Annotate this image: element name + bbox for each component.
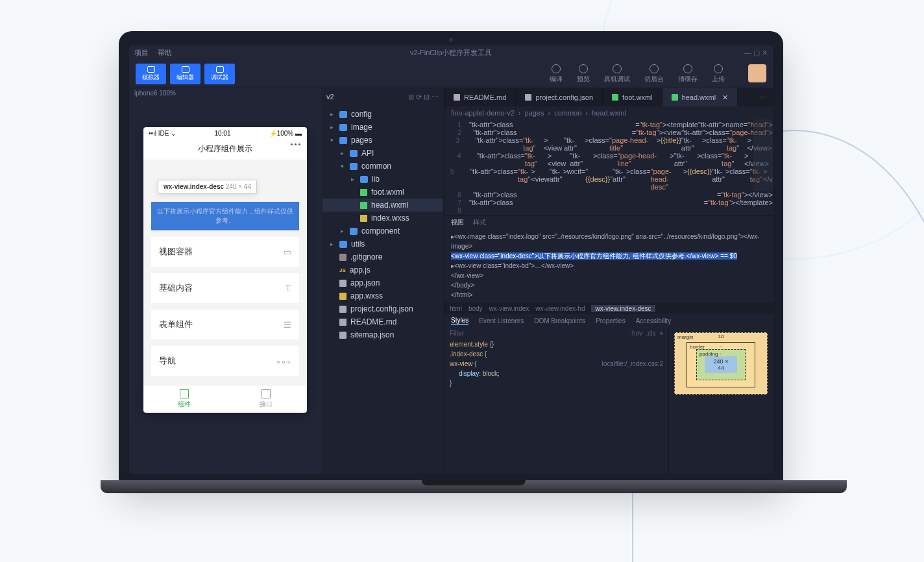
simulator-panel: iphone6 100% ••ıl IDE ⌄ 10:01 ⚡100% ▬ 小程… <box>129 88 321 474</box>
mode-simulator[interactable]: 模拟器 <box>136 64 166 84</box>
list-item[interactable]: 视图容器▭ <box>151 237 299 267</box>
subtab[interactable]: Event Listeners <box>479 317 524 324</box>
action-upload[interactable]: 上传 <box>712 64 725 84</box>
close-icon: ✕ <box>722 93 728 102</box>
file-item[interactable]: JSapp.js <box>322 263 443 276</box>
folder-item[interactable]: ▾pages <box>322 134 443 147</box>
menu-help[interactable]: 帮助 <box>158 48 172 58</box>
file-item[interactable]: app.json <box>322 276 443 289</box>
folder-item[interactable]: ▸API <box>322 147 443 160</box>
mode-editor[interactable]: 编辑器 <box>170 64 201 84</box>
laptop-base <box>101 480 847 493</box>
file-item[interactable]: README.md <box>322 315 443 328</box>
toolbar: 模拟器 编辑器 调试器 编译 预览 真机调试 切后台 清缓存 上传 <box>129 60 773 88</box>
styles-panel[interactable]: Filter :hov .cls + element.style {}.inde… <box>444 327 669 474</box>
dom-tree[interactable]: ▸<wx-image class="index-logo" src="../re… <box>444 229 773 302</box>
editor-area: README.mdproject.config.jsonfoot.wxmlhea… <box>444 88 773 474</box>
phone-preview: ••ıl IDE ⌄ 10:01 ⚡100% ▬ 小程序组件展示 wx-view… <box>143 127 307 413</box>
action-clear-cache[interactable]: 清缓存 <box>678 64 698 84</box>
dom-crumb[interactable]: wx-view.index-hd <box>535 305 585 312</box>
file-tree: ▸config▸image▾pages▸API▾common▸libfoot.w… <box>321 105 444 344</box>
subtab[interactable]: DOM Breakpoints <box>534 317 585 324</box>
dom-crumb[interactable]: html <box>450 305 462 312</box>
subtab[interactable]: Accessibility <box>636 317 671 324</box>
subtab[interactable]: Properties <box>596 317 626 324</box>
folder-item[interactable]: ▸lib <box>322 173 443 186</box>
phone-status-bar: ••ıl IDE ⌄ 10:01 ⚡100% ▬ <box>143 127 307 140</box>
style-panel-tabs: StylesEvent ListenersDOM BreakpointsProp… <box>444 314 773 327</box>
folder-item[interactable]: ▸image <box>322 121 443 134</box>
editor-tab[interactable]: head.wxml✕ <box>663 88 738 106</box>
file-item[interactable]: sitemap.json <box>322 328 443 341</box>
folder-item[interactable]: ▸component <box>322 225 443 238</box>
camera <box>449 38 453 42</box>
toolbar-actions: 编译 预览 真机调试 切后台 清缓存 上传 <box>550 64 766 84</box>
editor-tab[interactable]: foot.wxml <box>603 88 662 106</box>
action-remote-debug[interactable]: 真机调试 <box>604 64 630 84</box>
avatar[interactable] <box>748 64 766 82</box>
editor-tab[interactable]: project.config.json <box>516 88 603 106</box>
filter-input[interactable]: Filter <box>450 330 464 337</box>
phone-body: wx-view.index-desc 240 × 44 以下将展示小程序官方组件… <box>143 160 307 385</box>
folder-item[interactable]: ▾common <box>322 160 443 173</box>
phone-tabbar: 组件 接口 <box>143 385 307 413</box>
menubar: 项目 帮助 v2-FinClip小程序开发工具 — ▢ ✕ <box>129 45 773 60</box>
breadcrumb-item[interactable]: common <box>554 109 581 117</box>
box-model: margin10 border- padding- 240 × 44 <box>669 327 773 474</box>
breadcrumbs: fino-applet-demo-v2 pages common head.wx… <box>444 106 773 119</box>
file-item[interactable]: .gitignore <box>322 250 443 263</box>
tab-api[interactable]: 接口 <box>225 385 307 413</box>
code-editor[interactable]: 1"tk-attr">class="tk-tag"><template "tk-… <box>444 119 773 215</box>
editor-tabbar: README.mdproject.config.jsonfoot.wxmlhea… <box>444 88 773 106</box>
action-compile[interactable]: 编译 <box>550 64 563 84</box>
list-item[interactable]: 导航∘∘∘ <box>151 346 299 376</box>
menu-project[interactable]: 项目 <box>134 48 149 58</box>
list-item[interactable]: 基础内容𝕋 <box>151 273 299 303</box>
dom-crumb[interactable]: wx-view.index-desc <box>591 305 655 312</box>
inspected-element[interactable]: 以下将展示小程序官方组件能力，组件样式仅供参考。 <box>151 202 299 230</box>
dom-breadcrumbs: htmlbodywx-view.indexwx-view.index-hdwx-… <box>444 302 773 314</box>
file-item[interactable]: app.wxss <box>322 289 443 302</box>
file-item[interactable]: head.wxml <box>322 199 443 212</box>
breadcrumb-item[interactable]: fino-applet-demo-v2 <box>451 109 515 117</box>
file-explorer: v2 ⊞ ⟳ ⊟ ⋯ ▸config▸image▾pages▸API▾commo… <box>321 88 444 474</box>
editor-tab[interactable]: README.md <box>444 88 516 106</box>
folder-item[interactable]: ▸utils <box>322 238 443 250</box>
app-title: 小程序组件展示 <box>198 144 252 153</box>
list-item[interactable]: 表单组件☰ <box>151 310 299 339</box>
window-title: v2-FinClip小程序开发工具 <box>410 48 492 58</box>
explorer-actions[interactable]: ⊞ ⟳ ⊟ ⋯ <box>408 93 439 101</box>
folder-item[interactable]: ▸config <box>322 108 443 121</box>
phone-titlebar: 小程序组件展示 <box>143 140 307 160</box>
subtab[interactable]: Styles <box>451 317 468 325</box>
breadcrumb-item[interactable]: head.wxml <box>592 109 626 117</box>
dom-crumb[interactable]: wx-view.index <box>489 305 529 312</box>
window-controls[interactable]: — ▢ ✕ <box>744 49 768 57</box>
mode-debugger[interactable]: 调试器 <box>204 64 235 84</box>
tab-elements[interactable]: 视图 <box>451 218 464 227</box>
file-item[interactable]: foot.wxml <box>322 186 443 199</box>
sim-device-status: iphone6 100% <box>129 88 321 101</box>
file-item[interactable]: index.wxss <box>322 212 443 225</box>
breadcrumb-item[interactable]: pages <box>525 109 544 117</box>
app-window: 项目 帮助 v2-FinClip小程序开发工具 — ▢ ✕ 模拟器 编辑器 调试… <box>129 45 773 474</box>
devtools: 视图 样式 ▸<wx-image class="index-logo" src=… <box>444 215 773 474</box>
project-root[interactable]: v2 <box>326 93 334 101</box>
file-item[interactable]: project.config.json <box>322 302 443 315</box>
devtools-tabs: 视图 样式 <box>444 216 773 229</box>
minimap[interactable] <box>753 119 773 191</box>
laptop-frame: 项目 帮助 v2-FinClip小程序开发工具 — ▢ ✕ 模拟器 编辑器 调试… <box>101 31 801 493</box>
view-mode-tabs: 模拟器 编辑器 调试器 <box>136 64 235 84</box>
menu-icon[interactable] <box>291 143 300 145</box>
action-preview[interactable]: 预览 <box>577 64 590 84</box>
tab-styles[interactable]: 样式 <box>473 218 486 227</box>
tab-overflow[interactable]: ⋯ <box>753 88 773 106</box>
action-background[interactable]: 切后台 <box>644 64 664 84</box>
inspect-tooltip: wx-view.index-desc 240 × 44 <box>158 180 257 193</box>
explorer-header: v2 ⊞ ⟳ ⊟ ⋯ <box>321 88 444 105</box>
tab-components[interactable]: 组件 <box>143 385 225 413</box>
dom-crumb[interactable]: body <box>468 305 483 312</box>
